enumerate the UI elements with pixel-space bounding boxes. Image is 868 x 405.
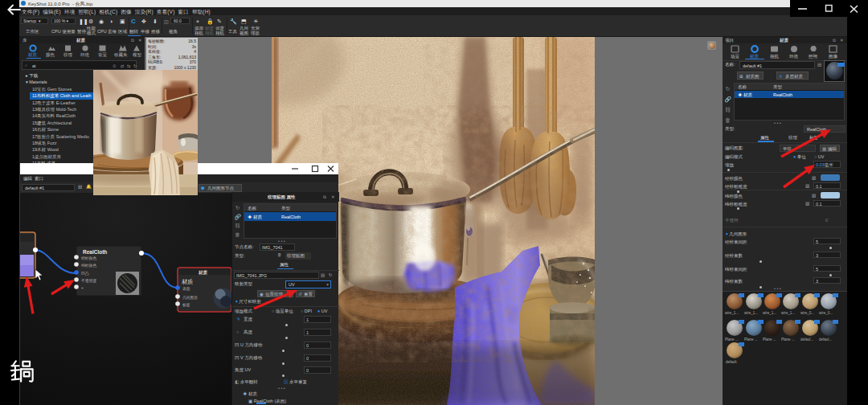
svg-text:材质: 材质 xyxy=(182,279,193,285)
svg-text:经纱颜色: 经纱颜色 xyxy=(81,256,96,260)
svg-text:纬纱颜色: 纬纱颜色 xyxy=(81,263,96,268)
svg-text:材质: 材质 xyxy=(198,270,208,276)
svg-text:凹凸: 凹凸 xyxy=(81,272,89,276)
svg-text:RealCloth: RealCloth xyxy=(83,249,107,255)
svg-text:+: + xyxy=(81,286,84,290)
svg-text:不透明度: 不透明度 xyxy=(81,278,96,284)
svg-text:表面: 表面 xyxy=(182,286,190,291)
